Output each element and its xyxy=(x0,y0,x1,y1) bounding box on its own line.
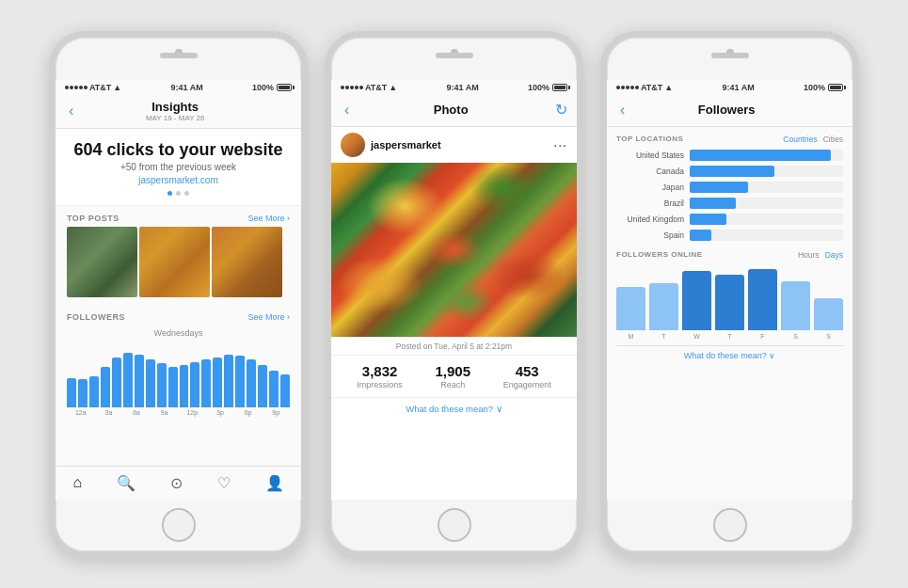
phone-home-button-1[interactable] xyxy=(162,508,196,542)
chart-bar xyxy=(89,376,99,406)
hours-tab[interactable]: Hours xyxy=(798,250,820,260)
status-left-1: AT&T ▲ xyxy=(65,83,121,92)
battery-fill-3 xyxy=(830,86,841,89)
bar-label-3a: 3a xyxy=(95,409,123,416)
dot-inactive xyxy=(176,191,181,196)
chart-bar xyxy=(135,355,144,407)
cities-tab[interactable]: Cities xyxy=(823,135,843,144)
days-tab[interactable]: Days xyxy=(825,250,843,260)
followers-label: FOLLOWERS xyxy=(67,312,125,322)
chart-bar xyxy=(280,374,290,407)
back-button-followers[interactable]: ‹ xyxy=(616,100,629,120)
location-bar-fill xyxy=(690,214,726,225)
bar-label-6p: 6p xyxy=(234,409,263,416)
post-date: Posted on Tue, April 5 at 2:21pm xyxy=(331,337,577,355)
day-label: M xyxy=(629,333,634,340)
wifi-icon: ▲ xyxy=(113,83,121,92)
post-thumb-1[interactable] xyxy=(67,227,137,297)
phone-home-button-2[interactable] xyxy=(438,508,471,542)
nav-heart-icon[interactable]: ♡ xyxy=(212,472,236,494)
phone-followers: AT&T ▲ 9:41 AM 100% ‹ Followers xyxy=(600,31,859,558)
location-bar-fill xyxy=(690,198,736,209)
chart-bar xyxy=(146,359,155,406)
back-button-photo[interactable]: ‹ xyxy=(341,100,353,120)
chart-bar xyxy=(168,367,178,407)
chart-bar xyxy=(112,358,121,407)
refresh-button[interactable]: ↻ xyxy=(549,101,567,119)
battery-icon-1 xyxy=(277,84,292,91)
nav-bar-photo: ‹ Photo ↻ xyxy=(331,94,577,127)
phone-2-screen: AT&T ▲ 9:41 AM 100% ‹ Photo ↻ xyxy=(331,80,577,500)
location-bar-bg xyxy=(690,198,843,209)
location-bar-row: Spain xyxy=(616,230,843,241)
chart-bar xyxy=(247,359,256,406)
dot-inactive xyxy=(184,191,189,196)
nav-home-icon[interactable]: ⌂ xyxy=(67,472,88,493)
countries-tab[interactable]: Countries xyxy=(783,135,817,144)
battery-fill-2 xyxy=(554,86,566,89)
wifi-icon-3: ▲ xyxy=(664,83,673,92)
battery-icon-2 xyxy=(552,84,567,91)
reach-label: Reach xyxy=(435,380,470,389)
location-bar-row: United Kingdom xyxy=(616,214,843,225)
top-posts-header: TOP POSTS See More › xyxy=(56,206,301,227)
signal-dots xyxy=(65,86,88,89)
chart-bar xyxy=(201,359,211,406)
phone-home-button-3[interactable] xyxy=(713,508,747,542)
day-bar xyxy=(781,281,810,330)
more-options-icon[interactable]: ··· xyxy=(553,137,567,152)
chart-bar xyxy=(235,356,245,406)
battery-fill-1 xyxy=(279,86,290,89)
location-name: United Kingdom xyxy=(616,215,684,224)
battery-pct-1: 100% xyxy=(252,83,274,92)
followers-section: FOLLOWERS See More › Wednesdays 12a 3a 6… xyxy=(56,305,301,416)
location-bar-fill xyxy=(690,230,711,241)
wifi-icon-2: ▲ xyxy=(389,83,397,92)
profile-row: jaspersmarket ··· xyxy=(331,127,577,163)
signal-dot xyxy=(65,86,69,89)
chart-bar xyxy=(180,365,189,407)
post-thumb-2[interactable] xyxy=(139,227,210,297)
day-bar xyxy=(616,287,645,330)
day-label: F xyxy=(760,333,764,340)
website-link[interactable]: jaspersmarket.com xyxy=(71,175,286,185)
post-thumb-3[interactable] xyxy=(212,227,282,297)
phone-3-screen: AT&T ▲ 9:41 AM 100% ‹ Followers xyxy=(607,80,852,500)
day-bar-group: T xyxy=(649,283,678,340)
chart-bar xyxy=(269,371,279,407)
bar-label-12a: 12a xyxy=(67,409,95,416)
location-bar-row: Japan xyxy=(616,182,843,193)
nav-camera-icon[interactable]: ⊙ xyxy=(165,472,188,494)
chart-bar xyxy=(101,367,110,407)
bar-label-3p: 3p xyxy=(206,409,234,416)
username[interactable]: jaspersmarket xyxy=(371,139,441,151)
bottom-nav: ⌂ 🔍 ⊙ ♡ 👤 xyxy=(56,466,301,500)
weekly-chart: MTWTFSS xyxy=(616,264,843,340)
what-mean-photo[interactable]: What do these mean? ∨ xyxy=(331,397,577,420)
chart-bar xyxy=(224,355,233,407)
location-bar-bg xyxy=(690,166,843,177)
what-mean-followers[interactable]: What do these mean? ∨ xyxy=(616,345,843,365)
day-bar xyxy=(715,275,744,329)
location-bar-row: Brazil xyxy=(616,198,843,209)
nav-search-icon[interactable]: 🔍 xyxy=(111,472,141,494)
nav-subtitle-insights: MAY 19 - MAY 26 xyxy=(146,114,205,122)
followers-see-more[interactable]: See More › xyxy=(247,312,290,322)
status-bar-3: AT&T ▲ 9:41 AM 100% xyxy=(607,80,852,94)
reach-num: 1,905 xyxy=(435,363,470,379)
carrier-1: AT&T xyxy=(89,83,111,92)
top-posts-see-more[interactable]: See More › xyxy=(247,214,290,223)
phone-speaker xyxy=(160,53,198,58)
location-name: Spain xyxy=(616,230,684,240)
status-right-2: 100% xyxy=(528,83,567,92)
nav-profile-icon[interactable]: 👤 xyxy=(260,472,290,494)
bar-chart xyxy=(56,342,301,407)
day-bar-group: S xyxy=(781,281,810,340)
bar-label-9p: 9p xyxy=(262,409,290,416)
nav-title-insights: Insights xyxy=(146,100,205,114)
chart-bar xyxy=(78,379,88,406)
back-button-insights[interactable]: ‹ xyxy=(65,101,77,121)
time-3: 9:41 AM xyxy=(723,83,755,92)
location-bar-fill xyxy=(690,166,774,177)
chart-title: Wednesdays xyxy=(56,326,301,342)
